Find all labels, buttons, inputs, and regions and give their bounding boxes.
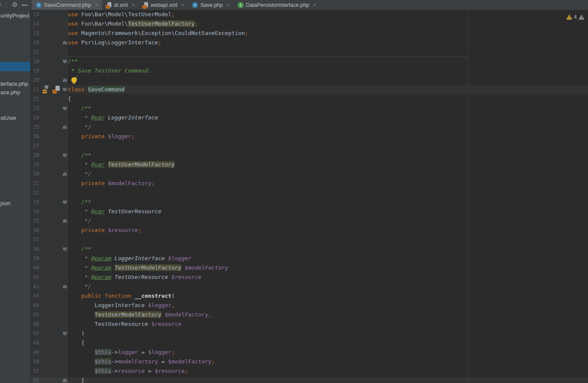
- code-line[interactable]: 42 */: [30, 282, 588, 291]
- hide-panel-icon[interactable]: —: [21, 0, 28, 9]
- code-line[interactable]: 39 * @param LoggerInterface $logger: [30, 254, 588, 263]
- code-text[interactable]: TestUserModelFactory $modelFactory,: [68, 310, 212, 319]
- code-line[interactable]: 34 * @var TestUserResource: [30, 207, 588, 216]
- code-line[interactable]: 45 TestUserModelFactory $modelFactory,: [30, 310, 588, 319]
- tab-close-icon[interactable]: ×: [181, 2, 185, 8]
- code-line[interactable]: 19 * Save TestUser Command.: [30, 66, 588, 75]
- code-text[interactable]: $this->modelFactory = $modelFactory;: [68, 357, 215, 366]
- code-text[interactable]: LoggerInterface $logger,: [68, 301, 175, 310]
- code-line[interactable]: 32: [30, 188, 588, 197]
- code-line[interactable]: 46 TestUserResource $resource: [30, 319, 588, 329]
- code-text[interactable]: private $resource;: [68, 226, 141, 235]
- code-line[interactable]: 21Wap<>class SaveCommand: [30, 85, 588, 94]
- code-text[interactable]: * @param TestUserResource $resource: [68, 273, 201, 282]
- code-text[interactable]: * @var TestUserModelFactory: [68, 160, 175, 169]
- fold-marker-icon[interactable]: [63, 88, 67, 92]
- tab-close-icon[interactable]: ×: [132, 2, 135, 8]
- editor-tab[interactable]: <>di.xml×: [102, 0, 139, 10]
- code-text[interactable]: use Foo\Bar\Model\TestUserModelFactory;: [68, 19, 198, 29]
- code-line[interactable]: 13use Foo\Bar\Model\TestUserModel;: [30, 10, 588, 19]
- fold-marker-icon[interactable]: [63, 125, 67, 129]
- code-text[interactable]: private $modelFactory;: [68, 179, 155, 188]
- code-line[interactable]: 51 $this->resource = $resource;: [30, 366, 588, 376]
- di-config-icon[interactable]: <>: [52, 86, 60, 93]
- code-text[interactable]: * @var TestUserResource: [68, 207, 161, 216]
- webapi-config-icon[interactable]: Wap: [43, 86, 50, 93]
- code-text[interactable]: */: [68, 169, 91, 179]
- code-line[interactable]: 37: [30, 235, 588, 244]
- fold-marker-icon[interactable]: [63, 78, 67, 82]
- fold-marker-icon[interactable]: [63, 332, 67, 336]
- code-text[interactable]: /**: [68, 104, 91, 113]
- tab-close-icon[interactable]: ×: [227, 2, 230, 8]
- code-text[interactable]: /**: [68, 244, 91, 254]
- code-line[interactable]: 40 * @param TestUserModelFactory $modelF…: [30, 263, 588, 273]
- code-text[interactable]: TestUserResource $resource: [68, 319, 181, 329]
- fold-marker-icon[interactable]: [63, 60, 67, 64]
- code-line[interactable]: 14use Foo\Bar\Model\TestUserModelFactory…: [30, 19, 588, 29]
- code-text[interactable]: ): [68, 329, 84, 338]
- code-line[interactable]: 44 LoggerInterface $logger,: [30, 301, 588, 310]
- project-tree-selected-row[interactable]: [0, 62, 30, 71]
- fold-marker-icon[interactable]: [63, 41, 67, 44]
- code-line[interactable]: 15use Magento\Framework\Exception\CouldN…: [30, 29, 588, 38]
- fold-marker-icon[interactable]: [63, 107, 67, 110]
- fold-marker-icon[interactable]: [63, 247, 67, 251]
- code-text[interactable]: {: [68, 338, 84, 348]
- code-text[interactable]: /**: [68, 197, 91, 207]
- code-line[interactable]: 18/**: [30, 57, 588, 66]
- code-line[interactable]: 38 /**: [30, 244, 588, 254]
- code-line[interactable]: 36 private $resource;: [30, 226, 588, 235]
- fold-marker-icon[interactable]: [63, 284, 67, 288]
- tab-close-icon[interactable]: ×: [95, 2, 98, 8]
- code-text[interactable]: /**: [68, 57, 78, 66]
- fold-marker-icon[interactable]: [63, 154, 67, 157]
- code-text[interactable]: /**: [68, 151, 91, 160]
- code-line[interactable]: 22{: [30, 94, 588, 104]
- inspections-widget[interactable]: ! 4 !: [566, 14, 585, 20]
- code-text[interactable]: use Foo\Bar\Model\TestUserModel;: [68, 10, 175, 19]
- code-text[interactable]: $this->logger = $logger;: [68, 348, 175, 357]
- project-tree-item[interactable]: json: [0, 199, 11, 208]
- project-tree-item[interactable]: terface.php: [0, 80, 28, 88]
- editor-tab[interactable]: CSaveCommand.php×: [32, 0, 102, 10]
- code-text[interactable]: private $logger;: [68, 132, 135, 141]
- code-editor[interactable]: 13use Foo\Bar\Model\TestUserModel;14use …: [30, 10, 588, 383]
- code-line[interactable]: 28 /**: [30, 151, 588, 160]
- code-text[interactable]: use Psr\Log\LoggerInterface;: [68, 38, 161, 47]
- fold-marker-icon[interactable]: [63, 172, 67, 176]
- project-tree-item[interactable]: unityProject: [0, 12, 29, 20]
- editor-tab[interactable]: <>webapi.xml×: [139, 0, 188, 10]
- editor-tab[interactable]: IDataPersistorInterface.php×: [234, 0, 320, 10]
- code-text[interactable]: */: [68, 282, 91, 291]
- code-text[interactable]: use Magento\Framework\Exception\CouldNot…: [68, 29, 248, 38]
- editor-tab[interactable]: CSave.php×: [188, 0, 233, 10]
- code-line[interactable]: 27: [30, 141, 588, 151]
- code-line[interactable]: 47 ): [30, 329, 588, 338]
- code-line[interactable]: 23 /**: [30, 104, 588, 113]
- code-line[interactable]: 30 */: [30, 169, 588, 179]
- project-tree-item[interactable]: stUser: [0, 114, 17, 122]
- code-line[interactable]: 17: [30, 47, 588, 57]
- fold-marker-icon[interactable]: [63, 200, 67, 204]
- code-line[interactable]: 35 */: [30, 216, 588, 226]
- code-line[interactable]: 29 * @var TestUserModelFactory: [30, 160, 588, 169]
- code-line[interactable]: 48 {: [30, 338, 588, 348]
- code-line[interactable]: 26 private $logger;: [30, 132, 588, 141]
- code-text[interactable]: $this->resource = $resource;: [68, 366, 188, 376]
- fold-marker-icon[interactable]: [63, 219, 67, 223]
- code-line[interactable]: 31 private $modelFactory;: [30, 179, 588, 188]
- settings-gear-icon[interactable]: ⚙: [12, 0, 17, 9]
- code-text[interactable]: * @param LoggerInterface $logger: [68, 254, 192, 263]
- code-line[interactable]: 43 public function __construct(: [30, 291, 588, 301]
- code-text[interactable]: class SaveCommand: [68, 85, 125, 94]
- code-line[interactable]: 41 * @param TestUserResource $resource: [30, 273, 588, 282]
- code-line[interactable]: 33 /**: [30, 197, 588, 207]
- tab-close-icon[interactable]: ×: [313, 2, 317, 8]
- code-line[interactable]: 49 $this->logger = $logger;: [30, 348, 588, 357]
- code-text[interactable]: * Save TestUser Command.: [68, 66, 151, 75]
- code-text[interactable]: * @var LoggerInterface: [68, 113, 158, 122]
- code-text[interactable]: * @param TestUserModelFactory $modelFact…: [68, 263, 228, 273]
- intention-bulb-icon[interactable]: ✓: [71, 77, 77, 83]
- code-text[interactable]: */: [68, 122, 91, 132]
